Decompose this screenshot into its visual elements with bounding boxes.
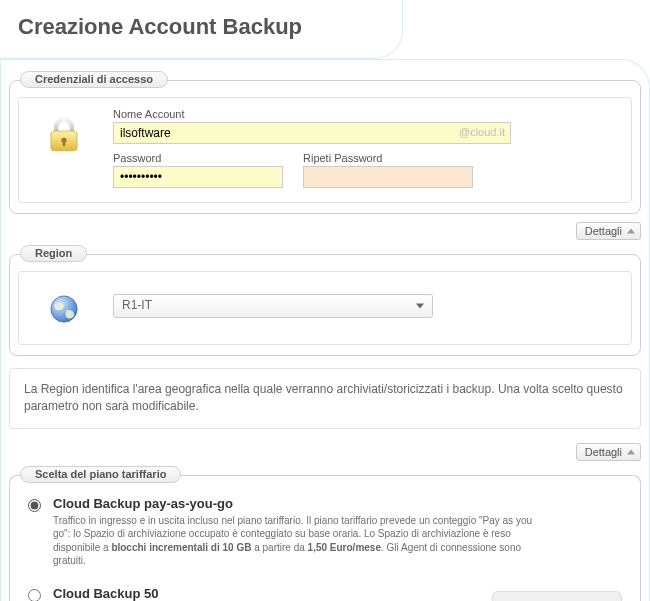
dettagli-button[interactable]: Dettagli xyxy=(576,443,641,461)
region-info: La Region identifica l'area geografica n… xyxy=(9,368,641,429)
plan-cb50[interactable]: Cloud Backup 50 Traffico in ingresso e i… xyxy=(28,586,622,601)
svg-point-3 xyxy=(51,296,77,322)
globe-icon xyxy=(29,282,99,330)
plan-payg-desc-b2: 1,50 Euro/mese xyxy=(308,542,381,553)
account-label: Nome Account xyxy=(113,108,621,120)
plans-section: Scelta del piano tariffario Cloud Backup… xyxy=(9,475,641,601)
page-body: Credenziali di accesso xyxy=(0,59,650,601)
credentials-body: Nome Account @cloud.it Password Ripeti P… xyxy=(18,97,632,203)
account-input[interactable] xyxy=(113,122,511,144)
plan-payg-desc-mid: a partire da xyxy=(251,542,307,553)
credentials-legend: Credenziali di accesso xyxy=(20,71,168,88)
plan-payg-radio[interactable] xyxy=(28,499,41,512)
page-title: Creazione Account Backup xyxy=(0,0,403,59)
plan-cb50-radio[interactable] xyxy=(28,589,41,601)
repeat-password-input[interactable] xyxy=(303,166,473,188)
region-section: Region R1-IT xyxy=(9,254,641,356)
plan-payg[interactable]: Cloud Backup pay-as-you-go Traffico in i… xyxy=(28,496,622,568)
credentials-fields: Nome Account @cloud.it Password Ripeti P… xyxy=(113,108,621,188)
plan-cb50-title: Cloud Backup 50 xyxy=(53,586,413,601)
plan-payg-desc-b1: blocchi incrementali di 10 GB xyxy=(111,542,251,553)
region-legend: Region xyxy=(20,245,87,262)
plan-cb50-price: Costo Mensile 6,99 Euro xyxy=(492,591,622,601)
region-select-value: R1-IT xyxy=(122,298,152,312)
lock-icon xyxy=(29,108,99,156)
region-body: R1-IT xyxy=(18,271,632,345)
region-select[interactable]: R1-IT xyxy=(113,294,433,318)
svg-rect-2 xyxy=(63,140,66,146)
plan-payg-main: Cloud Backup pay-as-you-go Traffico in i… xyxy=(53,496,622,568)
plans-legend: Scelta del piano tariffario xyxy=(20,466,181,483)
credentials-section: Credenziali di accesso xyxy=(9,80,641,214)
password-label: Password xyxy=(113,152,283,164)
region-fields: R1-IT xyxy=(113,294,621,318)
repeat-password-label: Ripeti Password xyxy=(303,152,473,164)
dettagli-button[interactable]: Dettagli xyxy=(576,222,641,240)
plan-cb50-main: Cloud Backup 50 Traffico in ingresso e i… xyxy=(53,586,413,601)
region-dettagli-bar: Dettagli xyxy=(9,441,641,461)
plan-payg-desc: Traffico in ingresso e in uscita incluso… xyxy=(53,514,533,568)
plan-list: Cloud Backup pay-as-you-go Traffico in i… xyxy=(10,476,640,601)
password-input[interactable] xyxy=(113,166,283,188)
credentials-dettagli-bar: Dettagli xyxy=(9,220,641,240)
plan-payg-title: Cloud Backup pay-as-you-go xyxy=(53,496,622,511)
